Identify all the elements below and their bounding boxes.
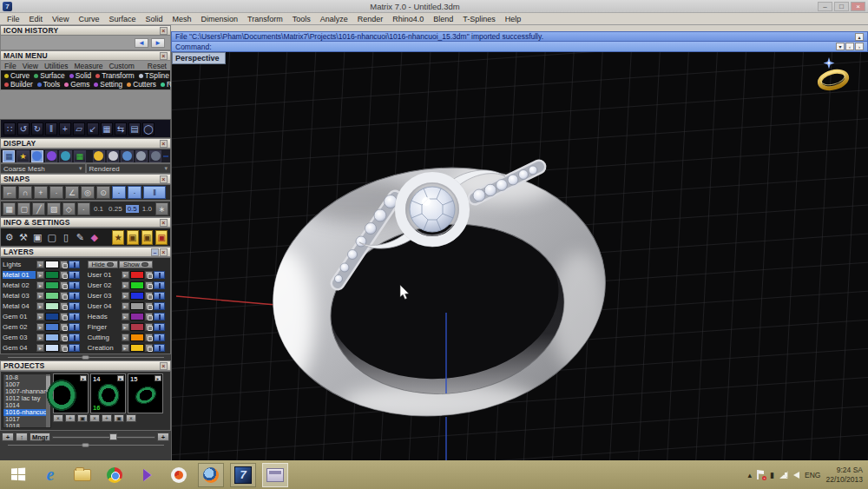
expand-icon[interactable]: ▸: [122, 281, 129, 289]
visibility-toggle[interactable]: [69, 323, 80, 331]
snap-near-icon[interactable]: ·: [112, 186, 126, 199]
slider-plus-button[interactable]: +: [157, 433, 169, 441]
mm-utilities[interactable]: Utilities: [44, 62, 68, 70]
hide-button[interactable]: Hide: [88, 261, 118, 268]
mirror-tool-icon[interactable]: ⇆: [115, 122, 127, 135]
display-scrollbar[interactable]: [163, 155, 168, 157]
layer-row-metal01[interactable]: Metal 01▸: [3, 270, 84, 280]
thumbnail-slider[interactable]: [52, 433, 155, 441]
layer-row-gem03[interactable]: Gem 03▸: [3, 333, 84, 342]
lock-icon[interactable]: [145, 271, 153, 279]
wrench-icon[interactable]: ⚒: [17, 230, 29, 245]
thumb-add-icon[interactable]: +: [102, 414, 112, 422]
expand-icon[interactable]: ▸: [36, 334, 44, 341]
menu-dimension[interactable]: Dimension: [201, 15, 238, 23]
lock-icon[interactable]: [145, 292, 153, 300]
folder-out-icon[interactable]: ▣: [141, 230, 154, 245]
menu-render[interactable]: Render: [358, 15, 384, 23]
lock-icon[interactable]: [145, 344, 153, 352]
layer-color-swatch[interactable]: [130, 292, 144, 300]
circle-tool-icon[interactable]: ◯: [142, 122, 155, 135]
display-close-icon[interactable]: ×: [160, 140, 168, 148]
lock-icon[interactable]: [60, 344, 68, 352]
visibility-toggle[interactable]: [69, 292, 80, 300]
mm-btn-gems[interactable]: Gems: [62, 80, 91, 89]
mesh-settings-icon[interactable]: ▣: [32, 230, 43, 245]
snap-tangent-icon[interactable]: ∩: [18, 186, 32, 199]
columns-tool-icon[interactable]: ‖: [45, 122, 57, 135]
lock-icon[interactable]: [60, 334, 68, 341]
white-material-icon[interactable]: [107, 150, 119, 162]
snap-vertex-icon[interactable]: ·: [128, 186, 141, 199]
layer-row-user02[interactable]: User 02▸: [88, 281, 169, 290]
layer-color-swatch[interactable]: [45, 292, 59, 300]
layer-color-swatch[interactable]: [130, 334, 144, 341]
folder-in-icon[interactable]: ▣: [127, 230, 139, 245]
close-button[interactable]: ×: [851, 2, 865, 11]
hidden-icons-chevron-icon[interactable]: ▴: [748, 471, 753, 479]
expand-icon[interactable]: ▸: [122, 334, 129, 341]
gray-material-icon[interactable]: [135, 150, 148, 162]
expand-icon[interactable]: ▸: [36, 344, 44, 352]
mm-btn-cutters[interactable]: Cutters: [125, 80, 158, 89]
menu-tools[interactable]: Tools: [293, 15, 311, 23]
expand-icon[interactable]: ▸: [36, 302, 44, 310]
expand-icon[interactable]: ▸: [122, 323, 129, 331]
thumb-camera-icon[interactable]: ▣: [114, 414, 124, 422]
dot-snap-icon[interactable]: ·: [77, 202, 90, 215]
plane-tool-icon[interactable]: ▱: [73, 122, 85, 135]
folder-red-icon[interactable]: ▣: [155, 230, 168, 245]
menu-analyze[interactable]: Analyze: [320, 15, 348, 23]
layer-color-swatch[interactable]: [45, 313, 59, 320]
snap-intersection-icon[interactable]: +: [34, 186, 48, 199]
visibility-toggle[interactable]: [69, 261, 80, 268]
open-window-icon[interactable]: [262, 463, 288, 487]
menu-solid[interactable]: Solid: [145, 15, 162, 23]
mm-file[interactable]: File: [4, 62, 16, 70]
expand-icon[interactable]: ▸: [36, 281, 44, 289]
shaded-sphere-icon[interactable]: [31, 150, 43, 162]
thumb-play-icon[interactable]: ▸: [80, 375, 87, 381]
grid-value-01[interactable]: 0.1: [92, 205, 105, 213]
visibility-toggle[interactable]: [69, 271, 80, 279]
layer-color-swatch[interactable]: [45, 261, 59, 268]
lock-icon[interactable]: [60, 313, 68, 320]
thumb-add-icon[interactable]: +: [65, 414, 76, 422]
projects-list[interactable]: 10-8 1007 1007-nhannam 1012 lac tay 1014…: [3, 373, 51, 428]
menu-view[interactable]: View: [52, 15, 69, 23]
mm-btn-builder[interactable]: Builder: [3, 80, 35, 89]
expand-icon[interactable]: ▸: [122, 292, 129, 300]
visibility-toggle[interactable]: [154, 313, 165, 320]
layer-row-creation[interactable]: Creation▸: [88, 343, 169, 353]
thumb-delete-icon[interactable]: ×: [53, 414, 63, 422]
clock[interactable]: 9:24 SA 22/10/2013: [825, 466, 863, 484]
expand-icon[interactable]: ▸: [36, 313, 44, 320]
visibility-toggle[interactable]: [69, 344, 80, 352]
splitter-handle[interactable]: [82, 443, 89, 447]
menu-transform[interactable]: Transform: [247, 15, 283, 23]
project-item[interactable]: 1018: [3, 423, 50, 428]
snaps-header[interactable]: SNAPS ×: [0, 174, 171, 184]
volume-icon[interactable]: [793, 472, 799, 479]
mm-btn-tspline[interactable]: TSpline: [137, 71, 171, 80]
mm-btn-render[interactable]: Render: [159, 80, 171, 89]
language-indicator[interactable]: ENG: [805, 471, 820, 479]
ghosted-sphere-icon[interactable]: [45, 150, 57, 162]
icon-history-close-icon[interactable]: ×: [160, 27, 168, 35]
visibility-toggle[interactable]: [69, 281, 80, 289]
cube-settings-icon[interactable]: ▢: [46, 230, 57, 245]
layers-header[interactable]: LAYERS – ×: [0, 247, 171, 257]
scroll-up-icon[interactable]: ▴: [855, 33, 864, 41]
lock-icon[interactable]: [60, 323, 68, 331]
command-history-line[interactable]: File "C:\Users\Pham\Documents\Matrix7\Pr…: [171, 31, 868, 42]
expand-icon[interactable]: ▸: [122, 271, 129, 279]
visibility-toggle[interactable]: [69, 334, 80, 341]
maximize-button[interactable]: □: [834, 2, 849, 11]
history-left-icon[interactable]: ‹: [845, 43, 854, 50]
history-back-icon[interactable]: ◄: [135, 38, 148, 48]
line-snap-icon[interactable]: ╱: [32, 202, 45, 215]
projects-header[interactable]: PROJECTS ×: [0, 360, 171, 371]
layer-row-lights[interactable]: Lights▸: [3, 260, 84, 269]
lock-icon[interactable]: [60, 281, 68, 289]
box-tool-icon[interactable]: ▦: [101, 122, 113, 135]
